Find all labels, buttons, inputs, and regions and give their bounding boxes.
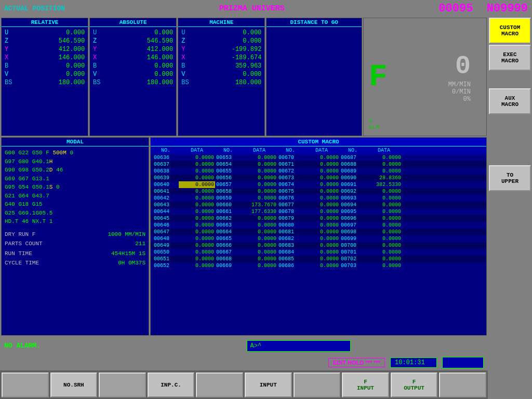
- btn-f3[interactable]: [99, 373, 146, 397]
- macro-row-11: 006470.0000006640.0000006810.0000006980.…: [151, 229, 486, 235]
- sidebar-spacer-3: [489, 132, 531, 148]
- program-number: 00095 N09999: [438, 2, 528, 15]
- relative-row-y: Y412.000: [5, 46, 85, 53]
- btn-f1[interactable]: [2, 373, 49, 397]
- f-labels: S SLM: [369, 118, 379, 130]
- machine-header: MACHINE: [178, 18, 264, 27]
- sidebar-spacer-1: [489, 72, 531, 87]
- modal-line-1: G00 G22 G50 F 500M 0: [5, 149, 145, 157]
- macro-row-4: 006400.0000006570.0000006740.00000069138…: [151, 181, 486, 188]
- btn-finput[interactable]: FINPUT: [342, 373, 389, 397]
- modal-header: MODAL: [2, 138, 149, 147]
- modal-panel: MODAL G00 G22 G50 F 500M 0 G97 G80 G40.1…: [1, 137, 149, 336]
- custom-macro-header: CUSTOM MACRO: [151, 138, 486, 147]
- modal-line-7: G40 G18 G15: [5, 200, 145, 209]
- macro-row-12: 006480.0000006650.0000006820.0000006990.…: [151, 235, 486, 242]
- absolute-row-u: U0.000: [93, 29, 173, 36]
- macro-row-1: 006370.0000006540.0000006710.0000006880.…: [151, 161, 486, 168]
- distance-header: DISTANCE TO GO: [267, 18, 362, 27]
- prizma-title: PRIZMA UNIVERS: [65, 4, 438, 13]
- btn-inpc[interactable]: INP.C.: [148, 373, 195, 397]
- machine-row-v: V0.000: [181, 71, 261, 78]
- sidebar-spacer-2: [489, 115, 531, 131]
- btn-input[interactable]: INPUT: [245, 373, 292, 397]
- exec-macro-btn[interactable]: EXECMACRO: [489, 45, 531, 71]
- f-display-panel: F S SLM 0 MM/MIN 0/MIN 0%: [363, 18, 487, 136]
- absolute-row-b: B0.000: [93, 62, 173, 70]
- status-row: EDIT HOLD *** ***: [0, 355, 488, 370]
- macro-row-0: 006360.0000006530.0000006700.0000006870.…: [151, 154, 486, 161]
- modal-line-3: G90 G98 G50.2D 46: [5, 166, 145, 175]
- modal-line-4: G69 G67 G13.1: [5, 175, 145, 183]
- relative-row-v: V0.000: [5, 71, 85, 78]
- run-time-row: RUN TIME 454H15M 1S: [5, 249, 145, 258]
- parts-count-row: PARTS COUNT 211: [5, 240, 145, 248]
- macro-row-5: 006410.0000006580.0000006750.0000006920.…: [151, 188, 486, 195]
- macro-row-7: 006430.000000660173.7670006770.000000694…: [151, 202, 486, 208]
- main-area: RELATIVE U0.000 Z546.590 Y412.000 X146.0…: [0, 17, 532, 399]
- absolute-row-z: Z546.590: [93, 37, 173, 45]
- alarm-text: NO ALARM.: [4, 342, 242, 350]
- macro-row-2: 006380.0000006550.0000006720.0000006890.…: [151, 168, 486, 175]
- bottom-section: MODAL G00 G22 G50 F 500M 0 G97 G80 G40.1…: [0, 136, 488, 337]
- btn-f5[interactable]: [196, 373, 243, 397]
- absolute-content: U0.000 Z546.590 Y412.000 X146.000 B0.000…: [90, 27, 176, 136]
- dry-run-row: DRY RUN F 1000 MM/MIN: [5, 230, 145, 239]
- absolute-row-y: Y412.000: [93, 46, 173, 53]
- machine-row-bs: BS180.000: [181, 79, 261, 86]
- modal-line-9: HD.T 46 NX.T 1: [5, 217, 145, 226]
- distance-content: [267, 27, 362, 136]
- machine-content: U0.000 Z0.000 Y-199.892 X-189.674 B359.9…: [178, 27, 264, 136]
- machine-panel: MACHINE U0.000 Z0.000 Y-199.892 X-189.67…: [178, 18, 265, 136]
- cycle-time-row: CYCLE TIME 0H 0M37S: [5, 259, 145, 268]
- machine-row-x: X-189.674: [181, 54, 261, 61]
- aux-macro-btn[interactable]: AUXMACRO: [489, 88, 531, 114]
- distance-panel: DISTANCE TO GO: [266, 18, 362, 136]
- top-bar: ACTUAL POSITION PRIZMA UNIVERS 00095 N09…: [0, 0, 532, 17]
- macro-row-13: 006490.0000006660.0000006830.0000007000.…: [151, 242, 486, 249]
- macro-row-3: 006390.0000006560.0000006730.00000069028…: [151, 175, 486, 181]
- machine-row-z: Z0.000: [181, 37, 261, 45]
- macro-row-10: 006460.0000006630.0000006800.0000006970.…: [151, 222, 486, 229]
- time-display: [390, 357, 437, 368]
- bottom-buttons: NO.SRH INP.C. INPUT FINPUT FOUTPUT: [0, 370, 488, 399]
- macro-col-headers: NO. DATA NO. DATA NO. DATA NO. DATA: [151, 147, 486, 154]
- relative-row-z: Z546.590: [5, 37, 85, 45]
- actual-position-label: ACTUAL POSITION: [4, 5, 65, 12]
- relative-row-bs: BS180.000: [5, 79, 85, 86]
- absolute-row-v: V0.000: [93, 71, 173, 78]
- sidebar-spacer-4: [489, 149, 531, 164]
- btn-f7[interactable]: [294, 373, 341, 397]
- left-content: RELATIVE U0.000 Z546.590 Y412.000 X146.0…: [0, 17, 488, 399]
- macro-row-6: 006420.0000006590.0000006760.0000006930.…: [151, 195, 486, 202]
- btn-f10[interactable]: [439, 373, 486, 397]
- btn-foutput[interactable]: FOUTPUT: [391, 373, 438, 397]
- btn-nosrh[interactable]: NO.SRH: [50, 373, 98, 397]
- custom-macro-btn[interactable]: CUSTOMMACRO: [489, 18, 531, 44]
- absolute-row-bs: BS180.000: [93, 79, 173, 86]
- relative-row-u: U0.000: [5, 29, 85, 36]
- modal-line-2: G97 G80 G40.1H: [5, 157, 145, 166]
- relative-content: U0.000 Z546.590 Y412.000 X146.000 B0.000…: [2, 27, 88, 136]
- panels-row: RELATIVE U0.000 Z546.590 Y412.000 X146.0…: [0, 17, 488, 136]
- f-right: 0 MM/MIN 0/MIN 0%: [448, 51, 471, 103]
- modal-line-5: G95 G54 G50.1S 0: [5, 183, 145, 192]
- absolute-row-x: X146.000: [93, 54, 173, 61]
- relative-row-x: X146.000: [5, 54, 85, 61]
- macro-row-8: 006440.000000661177.6330006780.000000695…: [151, 208, 486, 215]
- absolute-panel: ABSOLUTE U0.000 Z546.590 Y412.000 X146.0…: [89, 18, 177, 136]
- input-area: [247, 340, 484, 352]
- to-upper-btn[interactable]: TOUPPER: [489, 165, 531, 191]
- machine-row-y: Y-199.892: [181, 46, 261, 53]
- edit-hold-button[interactable]: EDIT HOLD *** ***: [328, 358, 385, 367]
- alarm-row: NO ALARM.: [0, 337, 488, 355]
- machine-row-u: U0.000: [181, 29, 261, 36]
- command-input[interactable]: [247, 340, 351, 352]
- custom-macro-panel: CUSTOM MACRO NO. DATA NO. DATA NO. DATA …: [150, 137, 487, 336]
- right-sidebar: CUSTOMMACRO EXECMACRO AUXMACRO TOUPPER: [488, 17, 532, 399]
- macro-row-15: 006510.0000006680.0000006850.0000007020.…: [151, 256, 486, 262]
- f-label: F: [369, 61, 388, 92]
- machine-row-b: B359.963: [181, 62, 261, 70]
- relative-panel: RELATIVE U0.000 Z546.590 Y412.000 X146.0…: [1, 18, 88, 136]
- macro-row-14: 006500.0000006670.0000006840.0000007010.…: [151, 249, 486, 256]
